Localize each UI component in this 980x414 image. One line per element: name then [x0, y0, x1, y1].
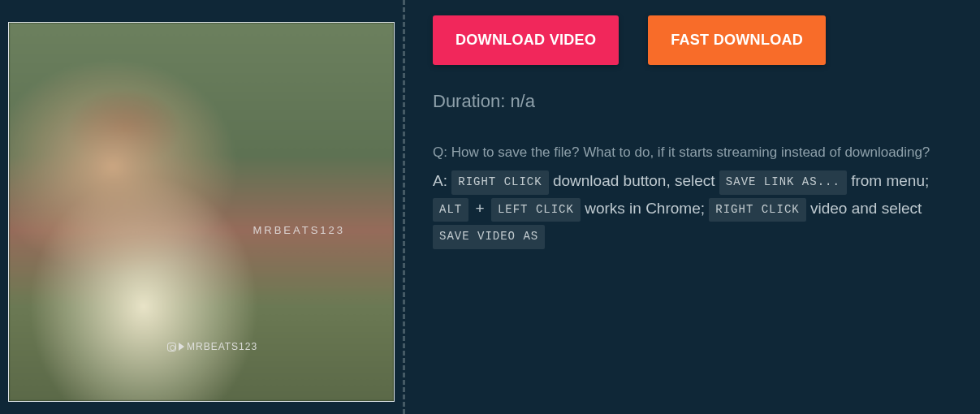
watermark-bottom: MRBEATS123 [167, 341, 257, 352]
duration-label: Duration: n/a [433, 91, 964, 112]
watermark-top: MRBEATS123 [253, 224, 345, 236]
faq-answer-prefix: A: [433, 172, 447, 189]
video-thumbnail[interactable]: MRBEATS123 MRBEATS123 [8, 22, 395, 402]
faq-text-3: works in Chrome; [585, 200, 709, 217]
action-buttons: DOWNLOAD VIDEO FAST DOWNLOAD [433, 15, 964, 65]
faq-text-2: from menu; [851, 172, 929, 189]
kbd-save-link-as: SAVE LINK AS... [719, 170, 847, 195]
kbd-right-click-2: RIGHT CLICK [709, 198, 805, 222]
kbd-alt: ALT [433, 198, 468, 222]
watermark-bottom-text: MRBEATS123 [187, 341, 257, 352]
fast-download-button[interactable]: FAST DOWNLOAD [648, 15, 826, 65]
faq-question: Q: How to save the file? What to do, if … [433, 144, 964, 161]
faq-text-4: video and select [810, 200, 922, 217]
faq-answer: A: RIGHT CLICK download button, select S… [433, 167, 964, 249]
instagram-icon [167, 343, 176, 351]
kbd-left-click: LEFT CLICK [491, 198, 581, 222]
play-icon [179, 343, 184, 351]
kbd-right-click: RIGHT CLICK [451, 170, 548, 195]
download-video-button[interactable]: DOWNLOAD VIDEO [433, 15, 619, 65]
faq-text-1: download button, select [553, 172, 719, 189]
kbd-plus: + [476, 200, 485, 217]
kbd-save-video-as: SAVE VIDEO AS [433, 225, 545, 249]
